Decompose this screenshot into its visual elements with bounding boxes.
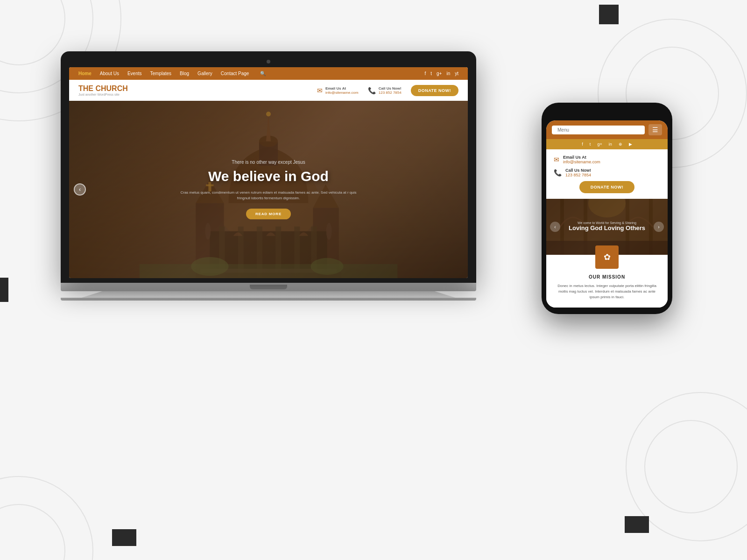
email-text: Email Us At info@sitename.com: [325, 86, 359, 95]
email-value: info@sitename.com: [325, 91, 359, 95]
nav-gallery[interactable]: Gallery: [197, 71, 212, 76]
circle-1: [0, 0, 65, 65]
email-label: Email Us At: [325, 86, 359, 91]
phone: ☰ f t g+ in ⊕ ▶ ✉ Email Us At info@siten…: [542, 103, 672, 314]
site-hero: There is no other way except Jesus We be…: [69, 101, 468, 278]
phone-hamburger-button[interactable]: ☰: [648, 124, 662, 135]
hero-prev-arrow[interactable]: ‹: [74, 183, 86, 196]
nav-about[interactable]: About Us: [100, 71, 119, 76]
phone-social-youtube[interactable]: ▶: [629, 142, 632, 147]
hero-subtitle: There is no other way except Jesus: [175, 160, 362, 165]
deco-square-3: [625, 516, 649, 533]
site-logo: THE CHURCH Just another WordPress site: [78, 84, 128, 96]
site-header: THE CHURCH Just another WordPress site ✉…: [69, 80, 468, 101]
hero-content: There is no other way except Jesus We be…: [175, 160, 362, 219]
phone-text: Call Us Now! 123 852 7854: [379, 86, 402, 95]
laptop-screen: Home About Us Events Templates Blog Gall…: [69, 67, 468, 278]
mission-leaf-icon: ✿: [604, 252, 611, 262]
site-contact-group: ✉ Email Us At info@sitename.com 📞 Call U…: [317, 85, 458, 96]
svg-point-22: [326, 223, 332, 239]
phone-phone-value: 123 852 7854: [565, 173, 591, 177]
laptop: Home About Us Events Templates Blog Gall…: [61, 51, 476, 301]
phone-social-facebook[interactable]: f: [582, 142, 583, 147]
phone-value: 123 852 7854: [379, 91, 402, 95]
social-youtube-icon[interactable]: yt: [455, 71, 458, 76]
svg-rect-23: [140, 264, 398, 278]
phone-navbar: ☰: [546, 120, 668, 139]
nav-search-icon[interactable]: 🔍: [260, 71, 266, 76]
phone-notch: [591, 109, 623, 118]
phone-email-contact: ✉ Email Us At info@sitename.com: [554, 155, 660, 164]
site-navbar: Home About Us Events Templates Blog Gall…: [69, 67, 468, 80]
phone-mission-title: OUR MISSION: [554, 274, 660, 280]
phone-hero-next-arrow[interactable]: ›: [654, 222, 664, 232]
hero-title: We believe in God: [175, 168, 362, 184]
phone-hero-prev-arrow[interactable]: ‹: [550, 222, 560, 232]
logo-church: CHURCH: [95, 84, 127, 92]
phone-social-twitter[interactable]: t: [590, 142, 591, 147]
phone-social-bar: f t g+ in ⊕ ▶: [546, 139, 668, 149]
svg-point-5: [266, 112, 271, 116]
circle-5: [0, 476, 93, 560]
logo-the: THE: [78, 84, 95, 92]
phone-screen: ☰ f t g+ in ⊕ ▶ ✉ Email Us At info@siten…: [546, 120, 668, 308]
nav-blog[interactable]: Blog: [180, 71, 189, 76]
phone-menu-input[interactable]: [552, 126, 645, 134]
phone-email-text: Email Us At info@sitename.com: [563, 155, 600, 164]
site-logo-tagline: Just another WordPress site: [78, 93, 128, 96]
phone-email-value: info@sitename.com: [563, 160, 600, 164]
phone-mission-text: Donec in metus lectus. Integer vulputate…: [554, 283, 660, 300]
phone-donate-button[interactable]: DONATE NOW!: [579, 181, 634, 193]
phone-phone-text: Call Us Now! 123 852 7854: [565, 168, 591, 177]
phone-social-linkedin[interactable]: in: [609, 142, 612, 147]
laptop-donate-button[interactable]: DONATE NOW!: [411, 85, 458, 96]
deco-square-4: [112, 529, 136, 546]
phone-hero-title: Loving God Loving Others: [569, 224, 645, 232]
nav-events[interactable]: Events: [127, 71, 142, 76]
circle-8: [644, 420, 738, 513]
deco-square-2: [0, 278, 8, 302]
social-twitter-icon[interactable]: t: [430, 71, 432, 76]
phone-phone-contact: 📞 Call Us Now! 123 852 7854: [554, 168, 660, 177]
phone-phone-label: Call Us Now!: [565, 168, 591, 173]
social-linkedin-icon[interactable]: in: [446, 71, 450, 76]
phone-contact-section: ✉ Email Us At info@sitename.com 📞 Call U…: [546, 149, 668, 199]
phone-email-label: Email Us At: [563, 155, 600, 160]
site-navbar-links: Home About Us Events Templates Blog Gall…: [78, 71, 266, 76]
circle-4: [0, 504, 65, 560]
phone-mission-icon: ✿: [595, 245, 619, 269]
nav-contact[interactable]: Contact Page: [221, 71, 249, 76]
laptop-base: [61, 283, 476, 291]
laptop-notch: [250, 285, 287, 289]
nav-templates[interactable]: Templates: [150, 71, 172, 76]
site-navbar-social: f t g+ in yt: [424, 71, 458, 76]
social-facebook-icon[interactable]: f: [424, 71, 426, 76]
site-logo-text: THE CHURCH: [78, 84, 128, 93]
site-email-contact: ✉ Email Us At info@sitename.com: [317, 86, 359, 95]
phone-body: ☰ f t g+ in ⊕ ▶ ✉ Email Us At info@siten…: [542, 103, 672, 314]
phone-label: Call Us Now!: [379, 86, 402, 91]
phone-social-gplus[interactable]: g+: [597, 142, 602, 147]
phone-phone-icon: 📞: [554, 169, 562, 176]
svg-point-25: [310, 258, 343, 275]
email-icon: ✉: [317, 87, 323, 94]
phone-icon: 📞: [368, 87, 376, 94]
phone-hero-content: We come to World for Serving & Sharing L…: [555, 221, 659, 232]
phone-hero-subtitle: We come to World for Serving & Sharing: [569, 221, 645, 224]
social-gplus-icon[interactable]: g+: [437, 71, 442, 76]
nav-home[interactable]: Home: [78, 71, 92, 76]
laptop-body: Home About Us Events Templates Blog Gall…: [61, 51, 476, 283]
hero-read-more-button[interactable]: READ MORE: [246, 209, 291, 219]
phone-social-rss[interactable]: ⊕: [619, 142, 622, 147]
hero-body: Cras metus quam, condimentum ut venen ru…: [175, 190, 362, 201]
laptop-stand: [61, 291, 476, 298]
phone-email-icon: ✉: [554, 156, 559, 163]
laptop-camera: [267, 60, 270, 63]
laptop-foot: [61, 298, 476, 301]
svg-point-21: [205, 223, 211, 239]
site-phone-contact: 📞 Call Us Now! 123 852 7854: [368, 86, 402, 95]
svg-point-24: [191, 257, 228, 276]
deco-square-1: [599, 5, 619, 24]
